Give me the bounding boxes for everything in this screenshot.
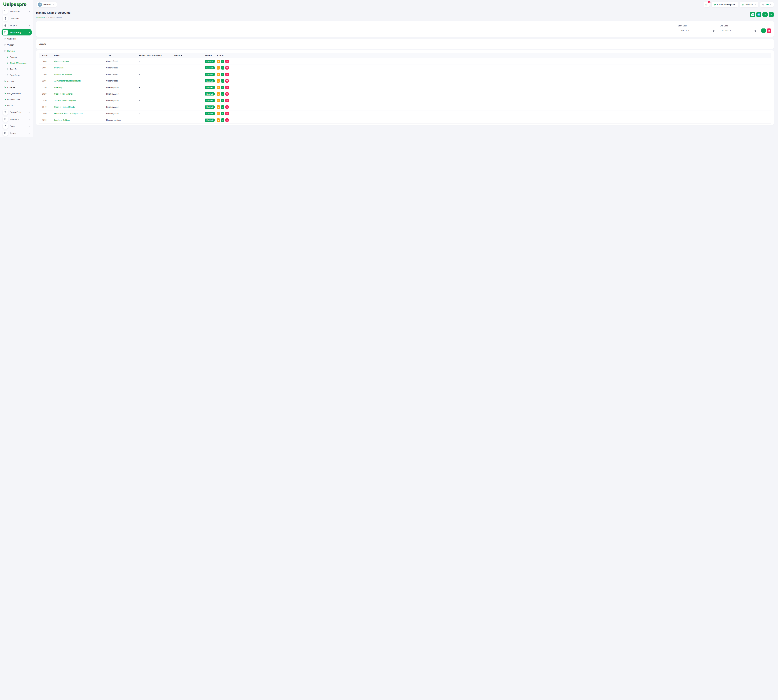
edit-button[interactable] xyxy=(221,66,224,70)
sidebar-item-label: Budget Planner xyxy=(7,92,32,95)
calculator-icon xyxy=(4,132,7,135)
sidebar-item-sage[interactable]: Sage xyxy=(2,123,32,129)
status-badge[interactable]: Enabled xyxy=(205,92,215,95)
scale-icon xyxy=(4,111,7,113)
sidebar-item-insurance[interactable]: Insurance xyxy=(2,116,32,122)
sidebar-item-purchases[interactable]: Purchases xyxy=(2,8,32,15)
activity-button[interactable] xyxy=(217,79,220,83)
sidebar-item-expense[interactable]: Expense xyxy=(2,85,32,90)
status-badge[interactable]: Enabled xyxy=(205,112,215,115)
status-badge[interactable]: Enabled xyxy=(205,105,215,108)
delete-button[interactable] xyxy=(225,118,229,122)
delete-button[interactable] xyxy=(225,99,229,102)
cell-balance: - xyxy=(174,71,205,78)
edit-button[interactable] xyxy=(221,60,224,63)
chevron-right-icon xyxy=(29,105,31,107)
account-name-link[interactable]: Stock of Work In Progress xyxy=(54,99,76,102)
sidebar-item-banking[interactable]: Banking xyxy=(2,48,32,53)
sidebar-item-bank-sync[interactable]: Bank Sync xyxy=(2,73,32,78)
trash-icon xyxy=(226,60,228,62)
delete-button[interactable] xyxy=(225,112,229,115)
cell-parent: - xyxy=(139,97,174,104)
sidebar-item-doubleentry[interactable]: DoubleEntry xyxy=(2,109,32,115)
sidebar-item-customer[interactable]: Customer xyxy=(2,36,32,41)
account-name-link[interactable]: Land and Buildings xyxy=(54,119,70,121)
activity-icon xyxy=(217,119,219,121)
account-name-link[interactable]: Stock of Raw Materials xyxy=(54,93,73,95)
sidebar-item-label: Income xyxy=(7,80,29,82)
sidebar-item-budget-planner[interactable]: Budget Planner xyxy=(2,91,32,96)
edit-button[interactable] xyxy=(221,118,224,122)
sidebar-item-report[interactable]: Report xyxy=(2,103,32,108)
sidebar-item-quotation[interactable]: Quotation xyxy=(2,15,32,22)
edit-button[interactable] xyxy=(221,92,224,96)
delete-button[interactable] xyxy=(225,92,229,96)
activity-button[interactable] xyxy=(217,118,220,122)
edit-button[interactable] xyxy=(221,79,224,83)
delete-button[interactable] xyxy=(225,60,229,63)
chevron-right-icon xyxy=(28,132,30,134)
edit-button[interactable] xyxy=(221,99,224,102)
status-badge[interactable]: Enabled xyxy=(205,79,215,82)
edit-button[interactable] xyxy=(221,86,224,89)
chevron-right-icon xyxy=(29,80,31,82)
delete-button[interactable] xyxy=(225,79,229,83)
breadcrumb-dashboard-link[interactable]: Dashboard xyxy=(36,17,45,19)
activity-button[interactable] xyxy=(217,99,220,102)
cell-code: 1200 xyxy=(39,71,54,78)
activity-button[interactable] xyxy=(217,112,220,115)
chevron-right-icon xyxy=(28,111,30,113)
activity-button[interactable] xyxy=(217,60,220,63)
sidebar-item-chart-of-accounts[interactable]: Chart Of Accounts xyxy=(2,60,32,65)
filter-card: Start Date 01/01/2024 End Date 10/29/202… xyxy=(36,21,244,37)
pencil-icon xyxy=(222,119,224,121)
delete-button[interactable] xyxy=(225,105,229,109)
status-badge[interactable]: Enabled xyxy=(205,60,215,63)
status-badge[interactable]: Enabled xyxy=(205,118,215,122)
account-name-link[interactable]: Goods Received Clearing account xyxy=(54,112,83,115)
sidebar-item-accounting[interactable]: Accounting xyxy=(2,29,32,35)
cell-code: 1540 xyxy=(39,104,54,110)
status-badge[interactable]: Enabled xyxy=(205,73,215,76)
activity-button[interactable] xyxy=(217,92,220,96)
sidebar-item-projects[interactable]: Projects xyxy=(2,22,32,28)
sidebar-item-assets[interactable]: Assets xyxy=(2,130,32,136)
sidebar-item-label: Expense xyxy=(7,86,29,88)
accounts-table-card: CODE NAME TYPE PARENT ACCOUNT NAME BALAN… xyxy=(36,50,244,125)
edit-button[interactable] xyxy=(221,112,224,115)
account-name-link[interactable]: Petty Cash xyxy=(54,67,63,69)
app-logo[interactable]: Unipospro xyxy=(0,0,33,8)
edit-button[interactable] xyxy=(221,73,224,76)
status-badge[interactable]: Enabled xyxy=(205,66,215,69)
sidebar-item-financial-goal[interactable]: Financial Goal xyxy=(2,97,32,102)
status-badge[interactable]: Enabled xyxy=(205,99,215,102)
cell-parent: - xyxy=(139,84,174,91)
breadcrumb-current: Chart of Account xyxy=(48,17,62,19)
breadcrumb: Dashboard › Chart of Account xyxy=(36,17,70,19)
sidebar-item-transfer[interactable]: Transfer xyxy=(2,67,32,72)
account-name-link[interactable]: Inventory xyxy=(54,86,62,88)
sidebar-item-vendor[interactable]: Vendor xyxy=(2,42,32,47)
clipboard-check-icon xyxy=(4,24,7,27)
account-name-link[interactable]: Checking Account xyxy=(54,60,69,62)
workspace-selector[interactable]: WorkDo xyxy=(37,2,57,7)
cell-type: Non-current Asset xyxy=(106,123,139,125)
account-name-link[interactable]: Account Receivables xyxy=(54,73,72,75)
col-header-status: STATUS xyxy=(205,53,217,58)
edit-button[interactable] xyxy=(221,105,224,109)
col-header-name: NAME xyxy=(54,53,106,58)
status-badge[interactable]: Enabled xyxy=(205,86,215,89)
activity-button[interactable] xyxy=(217,86,220,89)
sidebar-item-account[interactable]: Account xyxy=(2,55,32,59)
account-name-link[interactable]: Allowance for doubtful accounts xyxy=(54,80,80,82)
table-header-row: CODE NAME TYPE PARENT ACCOUNT NAME BALAN… xyxy=(39,53,244,58)
activity-button[interactable] xyxy=(217,66,220,70)
account-name-link[interactable]: Stock of Finished Goods xyxy=(54,106,75,108)
delete-button[interactable] xyxy=(225,86,229,89)
activity-button[interactable] xyxy=(217,73,220,76)
bullet-icon xyxy=(4,98,6,100)
activity-button[interactable] xyxy=(217,105,220,109)
delete-button[interactable] xyxy=(225,73,229,76)
delete-button[interactable] xyxy=(225,66,229,70)
sidebar-item-income[interactable]: Income xyxy=(2,79,32,84)
